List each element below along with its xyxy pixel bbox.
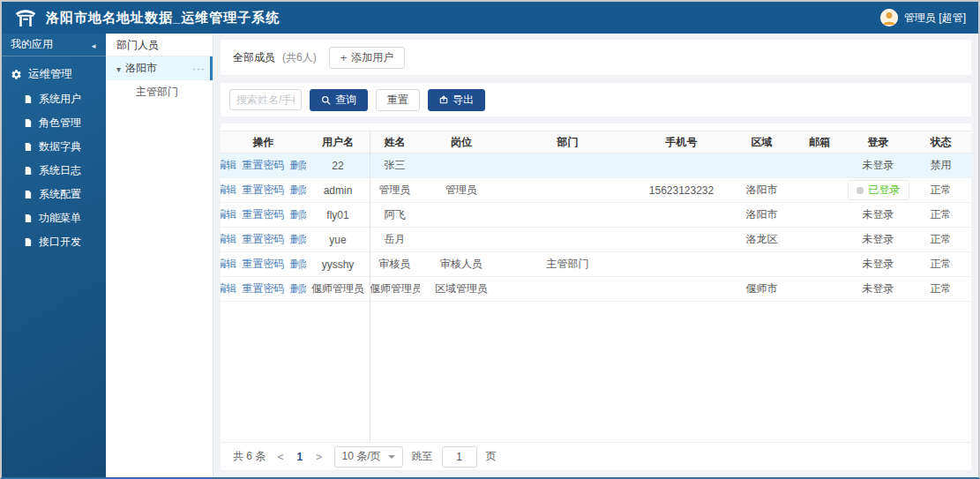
edit-link[interactable]: 编辑 [221,207,237,222]
user-menu[interactable]: 管理员 [超管] [880,9,966,26]
post-cell: 区域管理员 [420,281,503,296]
department-panel: 部门人员 洛阳市 主管部门 [106,34,213,477]
table-row[interactable]: 编辑重置密码删除22张三未登录禁用 [221,153,971,178]
next-page-button[interactable]: > [313,451,325,463]
sidebar-item-label: 系统配置 [39,187,81,202]
plus-icon [340,51,348,64]
page-size-select[interactable]: 10 条/页 [334,446,403,468]
main-content: 全部成员 (共6人) 添加用户 查询 [213,34,978,477]
delete-link[interactable]: 删除 [290,207,307,222]
username-cell: yysshy [306,258,370,271]
prev-page-button[interactable]: < [274,451,286,463]
search-input[interactable] [229,89,302,110]
sidebar-group-ops[interactable]: 运维管理 [2,56,106,87]
column-header: 邮箱 [793,135,846,150]
login-cell: 未登录 [846,207,910,222]
sidebar-item[interactable]: 系统用户 [2,87,106,111]
table-row[interactable]: 编辑重置密码删除yue岳月洛龙区未登录正常 [221,228,971,252]
name-cell: 管理员 [370,183,420,198]
column-header: 登录 [846,135,910,150]
table-row[interactable]: 编辑重置密码删除偃师管理员偃师管理员区域管理员偃师市未登录正常 [221,277,971,302]
search-toolbar: 查询 重置 导出 [221,83,971,116]
reset-button[interactable]: 重置 [376,89,420,111]
tree-item-dept[interactable]: 主管部门 [106,80,213,104]
collapse-icon[interactable] [90,39,97,51]
delete-link[interactable]: 删除 [290,232,307,247]
app-window: 洛阳市地名地址数据_运维管理子系统 管理员 [超管] 我的应用 [0,0,980,479]
row-actions: 编辑重置密码删除 [221,257,306,272]
table-header-row: 操作用户名姓名岗位部门手机号区域邮箱登录状态 [221,131,971,153]
chevron-down-icon [388,455,395,459]
sidebar-item[interactable]: 数据字典 [2,135,106,159]
reset-password-link[interactable]: 重置密码 [243,257,285,272]
status-cell: 正常 [910,207,971,222]
query-button[interactable]: 查询 [310,89,368,111]
members-count: (共6人) [282,50,317,65]
sidebar-item-label: 角色管理 [39,116,81,131]
reset-password-link[interactable]: 重置密码 [243,207,285,222]
reset-password-link[interactable]: 重置密码 [243,232,285,247]
edit-link[interactable]: 编辑 [221,183,237,198]
sidebar-item-label: 系统用户 [39,92,81,107]
sidebar-item[interactable]: 系统日志 [2,159,106,183]
username-cell: 22 [306,160,370,172]
user-avatar-icon [880,9,898,26]
sidebar-item[interactable]: 功能菜单 [2,206,106,230]
search-icon [321,95,331,105]
sidebar-item[interactable]: 接口开发 [2,230,106,254]
row-actions: 编辑重置密码删除 [221,158,306,173]
table-row[interactable]: 编辑重置密码删除yysshy审核员审核人员主管部门未登录正常 [221,252,971,277]
logged-in-badge[interactable]: 已登录 [848,180,909,200]
export-icon [439,95,448,104]
delete-link[interactable]: 删除 [290,281,307,296]
sidebar-apps-header[interactable]: 我的应用 [2,34,106,56]
column-header: 岗位 [420,135,503,150]
status-cell: 正常 [910,281,971,296]
document-icon [23,237,33,247]
login-cell: 未登录 [846,281,910,296]
more-options-icon[interactable] [192,63,206,75]
table-row[interactable]: 编辑重置密码删除fly01阿飞洛阳市未登录正常 [221,203,971,228]
delete-link[interactable]: 删除 [290,183,307,198]
document-icon [23,142,33,152]
post-cell: 管理员 [420,183,503,198]
reset-password-link[interactable]: 重置密码 [243,183,285,198]
add-user-button[interactable]: 添加用户 [329,47,406,69]
sidebar-item-label: 系统日志 [39,163,81,178]
app-logo-icon [14,7,37,28]
status-cell: 正常 [910,257,971,272]
tree-item-label: 洛阳市 [125,61,157,76]
phone-cell: 15623123232 [632,184,730,197]
delete-link[interactable]: 删除 [290,158,307,173]
document-icon [23,190,33,199]
status-cell: 正常 [910,232,971,247]
export-button[interactable]: 导出 [428,89,485,111]
gear-icon [11,69,22,80]
sidebar-item[interactable]: 系统配置 [2,183,106,206]
page-number-1[interactable]: 1 [295,451,305,463]
region-cell: 洛阳市 [730,207,793,222]
region-cell: 偃师市 [730,281,793,296]
username-cell: yue [306,234,370,246]
user-label: 管理员 [超管] [904,11,966,26]
name-cell: 偃师管理员 [370,281,420,296]
table-body: 编辑重置密码删除22张三未登录禁用编辑重置密码删除admin管理员管理员1562… [221,153,971,302]
reset-password-link[interactable]: 重置密码 [243,158,285,173]
sidebar-item[interactable]: 角色管理 [2,111,106,135]
edit-link[interactable]: 编辑 [221,281,237,296]
tree-item-city[interactable]: 洛阳市 [106,56,213,80]
edit-link[interactable]: 编辑 [221,232,237,247]
edit-link[interactable]: 编辑 [221,158,237,173]
members-toolbar: 全部成员 (共6人) 添加用户 [221,40,971,75]
row-actions: 编辑重置密码删除 [221,207,306,222]
page-title: 洛阳市地名地址数据_运维管理子系统 [46,10,880,26]
tree-item-label: 主管部门 [136,85,178,100]
delete-link[interactable]: 删除 [290,257,307,272]
table-row[interactable]: 编辑重置密码删除admin管理员管理员15623123232洛阳市已登录正常 [221,178,971,203]
pagination: 共 6 条 < 1 > 10 条/页 跳至 页 [221,442,971,470]
caret-down-icon[interactable] [116,63,121,75]
edit-link[interactable]: 编辑 [221,257,237,272]
app-header: 洛阳市地名地址数据_运维管理子系统 管理员 [超管] [2,2,978,34]
jump-page-input[interactable] [442,446,477,468]
reset-password-link[interactable]: 重置密码 [243,281,285,296]
